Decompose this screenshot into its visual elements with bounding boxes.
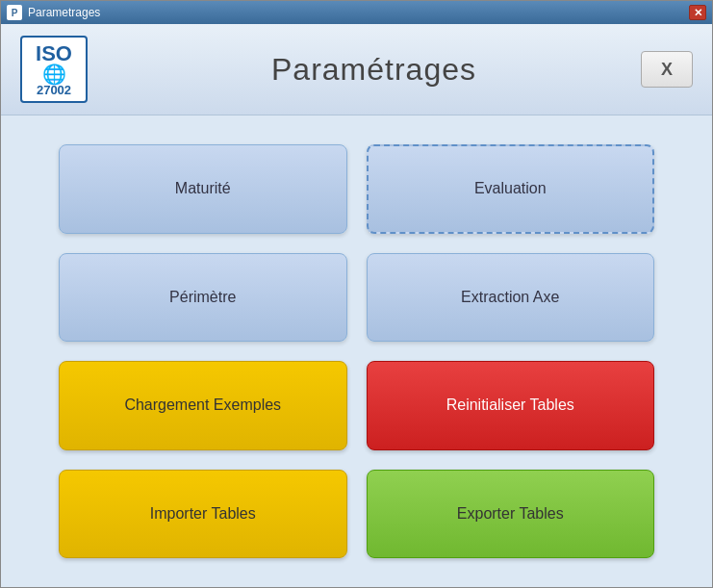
button-grid: Maturité Evaluation Périmètre Extraction… xyxy=(1,115,712,587)
exporter-tables-button[interactable]: Exporter Tables xyxy=(367,470,655,559)
logo-globe-icon: 🌐 xyxy=(42,64,66,84)
logo-number: 27002 xyxy=(37,84,71,96)
main-window: P Parametrages ✕ ISO 🌐 27002 Paramétrage… xyxy=(0,0,713,588)
header-close-button[interactable]: X xyxy=(641,51,693,88)
title-icon-text: P xyxy=(12,8,18,18)
reinitialiser-tables-button[interactable]: Reinitialiser Tables xyxy=(367,361,655,450)
header: ISO 🌐 27002 Paramétrages X xyxy=(1,24,712,115)
title-bar: P Parametrages ✕ xyxy=(1,1,712,24)
title-bar-icon: P xyxy=(7,5,22,20)
title-bar-close-button[interactable]: ✕ xyxy=(689,5,706,20)
iso-logo: ISO 🌐 27002 xyxy=(20,36,88,103)
title-bar-text: Parametrages xyxy=(28,6,689,19)
maturite-button[interactable]: Maturité xyxy=(59,144,347,234)
page-title: Paramétrages xyxy=(107,52,641,88)
chargement-exemples-button[interactable]: Chargement Exemples xyxy=(59,361,347,450)
extraction-axe-button[interactable]: Extraction Axe xyxy=(367,253,655,343)
evaluation-button[interactable]: Evaluation xyxy=(367,144,655,234)
perimetre-button[interactable]: Périmètre xyxy=(59,253,347,343)
logo-iso-text: ISO xyxy=(36,43,72,64)
importer-tables-button[interactable]: Importer Tables xyxy=(59,470,347,559)
